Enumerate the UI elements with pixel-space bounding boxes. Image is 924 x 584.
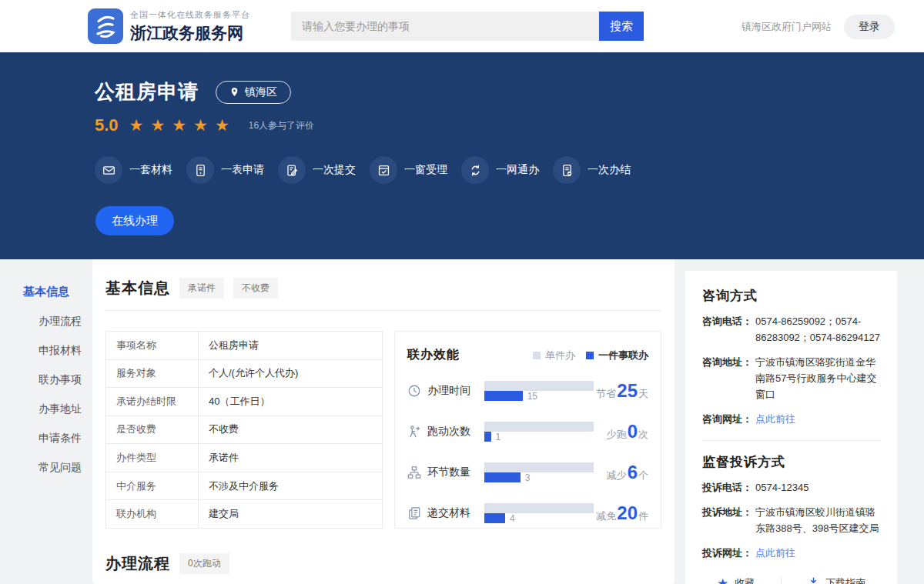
site-name: 浙江政务服务网 — [130, 22, 250, 44]
stat-fewer-trips: 少跑0次 — [607, 421, 648, 442]
network-sync-icon — [461, 156, 489, 184]
bar-group: 15 — [484, 381, 594, 401]
joint-bar — [484, 432, 491, 442]
consult-address-row: 咨询地址： 宁波市镇海区骆驼街道金华南路57号行政服务中心建交窗口 — [702, 354, 880, 402]
online-apply-button[interactable]: 在线办理 — [95, 206, 174, 235]
chart-legend: 单件办 一件事联办 — [533, 349, 648, 362]
complaint-website-link[interactable]: 点此前往 — [755, 545, 795, 561]
complaint-phone-row: 投诉电话： 0574-12345 — [702, 479, 880, 496]
logo-text: 全国一体化在线政务服务平台 浙江政务服务网 — [130, 9, 250, 44]
promise-type-badge: 承诺件 — [179, 278, 224, 299]
sidebar-item-basic-info[interactable]: 基本信息 — [23, 285, 82, 299]
process-title: 办理流程 — [105, 553, 170, 574]
efficiency-row-time: 办理时间 15 节省25天 — [407, 378, 648, 404]
main-card: 基本信息 承诺件 不收费 事项名称公租房申请 服务对象个人/(允许个人代办) 承… — [92, 259, 675, 584]
search-button[interactable]: 搜索 — [599, 12, 644, 41]
feature-one-form: 一表申请 — [186, 156, 263, 184]
legend-joint-swatch — [586, 352, 594, 359]
contact-card: 咨询方式 咨询电话： 0574-86259092；0574-86283092；0… — [685, 271, 897, 584]
stat-saved-days: 节省25天 — [596, 380, 648, 402]
basic-info-title: 基本信息 — [105, 278, 170, 299]
single-bar — [484, 422, 594, 432]
zero-trip-badge: 0次跑动 — [179, 553, 229, 574]
login-button[interactable]: 登录 — [844, 15, 895, 39]
divider — [781, 577, 782, 584]
rating-score: 5.0 — [95, 115, 119, 135]
efficiency-title: 联办效能 — [407, 347, 460, 363]
feature-one-completion: 一次办结 — [553, 156, 629, 184]
platform-tagline: 全国一体化在线政务服务平台 — [130, 9, 250, 21]
feature-one-set-materials: 一套材料 — [95, 156, 171, 184]
table-row: 事项名称公租房申请 — [106, 332, 383, 360]
feature-one-submission: 一次提交 — [278, 156, 354, 184]
sidebar-item-address[interactable]: 办事地址 — [38, 402, 82, 416]
download-guide-button[interactable]: 下载指南 — [808, 576, 865, 584]
rating-stars: ★★★★★ — [129, 116, 236, 135]
rating-count: 16人参与了评价 — [249, 119, 314, 132]
sidebar-item-joint-items[interactable]: 联办事项 — [38, 373, 82, 387]
logo-swirl-icon — [88, 8, 123, 44]
submit-doc-icon — [278, 156, 306, 184]
flow-nodes-icon — [407, 466, 427, 479]
feature-one-window: 一窗受理 — [370, 156, 446, 184]
divider — [702, 440, 880, 441]
sidebar-item-materials[interactable]: 申报材料 — [38, 344, 82, 358]
top-bar: 全国一体化在线政务服务平台 浙江政务服务网 搜索 镇海区政府门户网站 登录 — [0, 0, 924, 52]
favorite-button[interactable]: ★ 收藏 — [717, 576, 755, 584]
stat-waived-materials: 减免20件 — [596, 502, 648, 524]
table-row: 是否收费不收费 — [106, 415, 383, 444]
table-row: 承诺办结时限40（工作日） — [106, 388, 383, 416]
legend-single-swatch — [533, 352, 541, 359]
page-title: 公租房申请 — [95, 78, 199, 105]
clock-icon — [407, 384, 427, 398]
sidebar-item-faq[interactable]: 常见问题 — [38, 461, 82, 475]
documents-icon — [407, 506, 427, 520]
complaint-title: 监督投诉方式 — [702, 453, 880, 471]
district-pill[interactable]: 镇海区 — [216, 81, 291, 104]
topbar-right: 镇海区政府门户网站 登录 — [742, 15, 895, 39]
complete-doc-icon — [553, 156, 581, 184]
single-bar — [484, 462, 594, 472]
consult-website-row: 咨询网址： 点此前往 — [702, 411, 880, 427]
sidebar-item-conditions[interactable]: 申请条件 — [38, 432, 82, 446]
download-icon — [808, 576, 819, 584]
joint-bar — [484, 472, 521, 482]
site-logo[interactable]: 全国一体化在线政务服务平台 浙江政务服务网 — [88, 8, 250, 44]
no-fee-badge: 不收费 — [233, 278, 278, 299]
search-input[interactable] — [291, 12, 599, 41]
efficiency-row-trips: 跑动次数 1 少跑0次 — [407, 419, 648, 445]
joint-efficiency-panel: 联办效能 单件办 一件事联办 办理时间 — [394, 331, 661, 529]
bar-group: 4 — [484, 503, 594, 523]
joint-bar — [484, 513, 505, 523]
envelope-icon — [95, 156, 122, 184]
feature-one-network: 一网通办 — [461, 156, 537, 184]
sidebar-item-process[interactable]: 办理流程 — [38, 315, 82, 329]
consult-website-link[interactable]: 点此前往 — [755, 411, 795, 427]
efficiency-row-materials: 递交材料 4 减免20件 — [407, 500, 648, 526]
card-actions: ★ 收藏 下载指南 — [702, 576, 880, 584]
feature-list: 一套材料 一表申请 一次提交 一窗受理 — [95, 156, 924, 184]
table-row: 联办机构建交局 — [106, 500, 383, 529]
table-row: 中介服务不涉及中介服务 — [106, 472, 383, 500]
bar-group: 3 — [484, 462, 594, 482]
portal-link[interactable]: 镇海区政府门户网站 — [742, 20, 832, 34]
hero-banner: 公租房申请 镇海区 5.0 ★★★★★ 16人参与了评价 一套材料 — [0, 52, 924, 259]
table-row: 服务对象个人/(允许个人代办) — [106, 359, 383, 388]
single-bar — [484, 503, 594, 513]
search-bar: 搜索 — [291, 12, 644, 41]
stat-fewer-steps: 减少6个 — [607, 462, 648, 483]
bar-group: 1 — [484, 422, 594, 442]
consult-phone-row: 咨询电话： 0574-86259092；0574-86283092；0574-8… — [702, 313, 880, 345]
rating-row: 5.0 ★★★★★ 16人参与了评价 — [95, 115, 924, 135]
divider — [105, 310, 661, 311]
content-area: 基本信息 办理流程 申报材料 联办事项 办事地址 申请条件 常见问题 基本信息 … — [0, 259, 924, 584]
complaint-website-row: 投诉网址： 点此前往 — [702, 545, 880, 561]
efficiency-row-steps: 环节数量 3 减少6个 — [407, 459, 648, 486]
district-label: 镇海区 — [245, 85, 277, 99]
location-pin-icon — [229, 87, 239, 97]
favorite-star-icon: ★ — [717, 577, 728, 584]
basic-info-table: 事项名称公租房申请 服务对象个人/(允许个人代办) 承诺办结时限40（工作日） … — [105, 331, 383, 529]
table-row: 办件类型承诺件 — [106, 444, 383, 472]
consult-title: 咨询方式 — [702, 287, 880, 305]
single-bar — [484, 381, 594, 391]
